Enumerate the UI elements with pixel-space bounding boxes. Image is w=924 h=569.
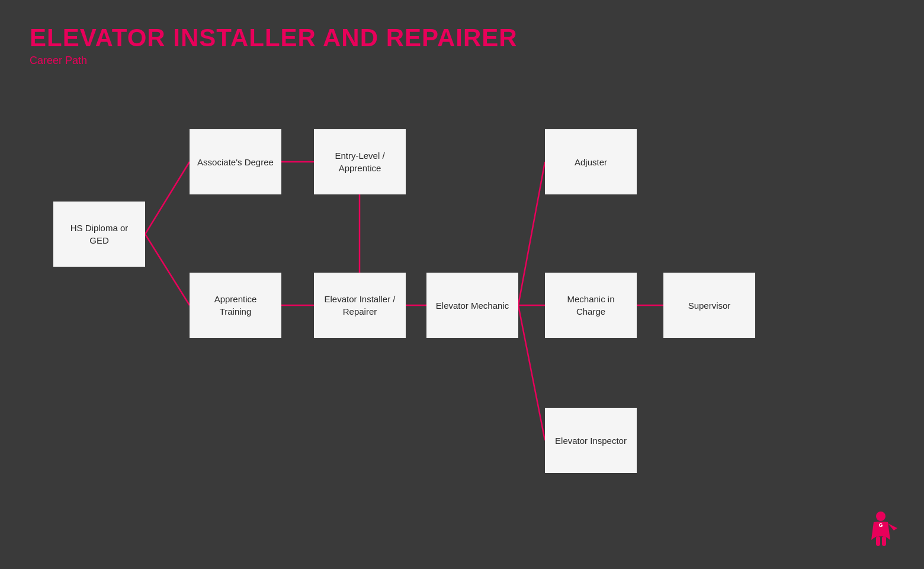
node-entry-level: Entry-Level / Apprentice [314,129,406,194]
node-adjuster: Adjuster [545,129,637,194]
svg-line-0 [145,162,190,234]
svg-line-8 [518,305,545,440]
svg-text:G: G [878,522,883,528]
node-elevator-mechanic: Elevator Mechanic [426,273,518,338]
svg-rect-11 [876,536,880,546]
svg-rect-12 [882,536,886,546]
node-elevator-inspector: Elevator Inspector [545,408,637,473]
svg-point-10 [876,512,886,521]
svg-line-6 [518,162,545,305]
node-hs-diploma: HS Diploma or GED [53,202,145,267]
diagram-area: HS Diploma or GEDAssociate's DegreeAppre… [0,0,924,569]
node-associates-degree: Associate's Degree [190,129,281,194]
svg-line-1 [145,234,190,305]
logo-area: G [862,510,900,551]
node-mechanic-in-charge: Mechanic in Charge [545,273,637,338]
node-supervisor: Supervisor [663,273,755,338]
node-apprentice-training: Apprentice Training [190,273,281,338]
node-elevator-installer: Elevator Installer / Repairer [314,273,406,338]
logo-icon: G [862,510,900,549]
